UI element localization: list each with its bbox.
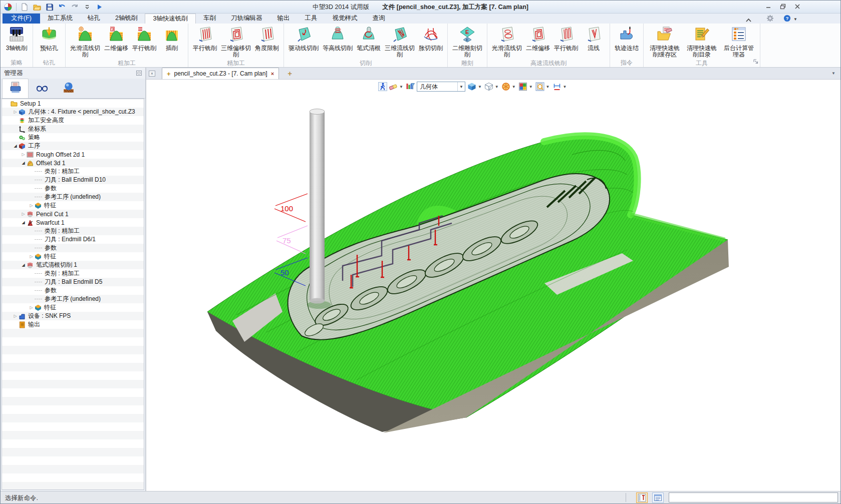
collapse-arrow-icon[interactable]: ▷ bbox=[28, 203, 35, 208]
verify-tab[interactable] bbox=[55, 79, 82, 98]
menu-tab-8[interactable]: 工具 bbox=[297, 14, 325, 24]
redo-icon[interactable] bbox=[70, 3, 79, 12]
wheel-icon-dropdown[interactable]: ▼ bbox=[512, 85, 516, 89]
menu-tab-6[interactable]: 刀轨编辑器 bbox=[223, 14, 270, 24]
collapse-arrow-icon[interactable]: ▷ bbox=[12, 314, 19, 318]
help-dropdown-icon[interactable]: ▼ bbox=[793, 17, 797, 22]
tree-row[interactable]: ▷特征 bbox=[2, 252, 144, 261]
ribbon-button-engrave-2d[interactable]: EE二维雕刻切削 bbox=[450, 25, 484, 59]
measure-icon[interactable] bbox=[552, 82, 562, 92]
save-icon[interactable] bbox=[45, 3, 54, 12]
menu-tab-9[interactable]: 视觉样式 bbox=[325, 14, 365, 24]
tree-row[interactable]: ▷几何体 : 4. Fixture < pencil_shoe_cut.Z3 bbox=[2, 108, 144, 116]
dialog-launcher-icon[interactable] bbox=[753, 57, 758, 66]
ribbon-button-finish-parallel[interactable]: 平行铣削 bbox=[191, 25, 219, 53]
shaded-cube-icon[interactable] bbox=[467, 82, 477, 92]
ribbon-button-path-link[interactable]: 轨迹连结 bbox=[613, 25, 641, 53]
zoom-page-icon[interactable] bbox=[535, 82, 545, 92]
open-file-icon[interactable] bbox=[33, 3, 42, 12]
tree-row[interactable]: ▷设备 : SNK FPS bbox=[2, 312, 144, 320]
panel-close-icon[interactable]: × bbox=[149, 71, 155, 77]
ribbon-button-cut-bulge[interactable]: 胀切切削 bbox=[417, 25, 445, 53]
ribbon-button-hsm-parallel[interactable]: 平行铣削 bbox=[552, 25, 580, 53]
ribbon-button-finish-anglelimit[interactable]: 角度限制 bbox=[253, 25, 281, 53]
tree-row[interactable]: 坐标系 bbox=[2, 125, 144, 133]
eraser-icon[interactable] bbox=[388, 82, 398, 92]
menu-tab-file[interactable]: 文件(F) bbox=[3, 14, 40, 24]
tree-row[interactable]: ◢Offset 3d 1 bbox=[2, 159, 144, 167]
eraser-icon-dropdown[interactable]: ▼ bbox=[399, 85, 403, 89]
ribbon-button-predrill[interactable]: 预钻孔 bbox=[36, 25, 63, 53]
menu-tab-4[interactable]: 3轴快速铣削 bbox=[145, 14, 195, 24]
cam-3d-scene[interactable]: 100 75 50 bbox=[146, 80, 840, 491]
zoom-page-icon-dropdown[interactable]: ▼ bbox=[546, 85, 550, 89]
expand-arrow-icon[interactable]: ◢ bbox=[12, 144, 19, 148]
command-log-button[interactable] bbox=[652, 492, 664, 503]
ribbon-button-hsm-flowline[interactable]: 流线 bbox=[580, 25, 607, 53]
menu-tab-10[interactable]: 查询 bbox=[365, 14, 392, 24]
app-logo-icon[interactable] bbox=[4, 3, 13, 12]
tree-row[interactable]: Setup 1 bbox=[2, 99, 144, 108]
collapse-arrow-icon[interactable]: ▷ bbox=[28, 305, 35, 310]
tree-row[interactable]: 类别 : 精加工 bbox=[2, 227, 144, 235]
ribbon-button-clean-buffer[interactable]: 清理快速铣削缓存区 bbox=[646, 25, 683, 59]
collapse-arrow-icon[interactable]: ▷ bbox=[28, 254, 35, 259]
expand-arrow-icon[interactable]: ◢ bbox=[20, 161, 27, 165]
menu-tab-7[interactable]: 输出 bbox=[269, 14, 297, 24]
expand-arrow-icon[interactable]: ◢ bbox=[20, 263, 27, 267]
menu-tab-3[interactable]: 2轴铣削 bbox=[108, 14, 145, 24]
collapse-arrow-icon[interactable]: ▷ bbox=[12, 110, 19, 114]
tree-row[interactable]: ▷特征 bbox=[2, 303, 144, 312]
tree-row[interactable]: ▷Rough Offset 2d 1 bbox=[2, 150, 144, 159]
ribbon-button-mill-3axis[interactable]: 3轴铣削 bbox=[3, 25, 30, 53]
gear-icon[interactable] bbox=[766, 15, 774, 24]
multicolor-icon-dropdown[interactable]: ▼ bbox=[529, 85, 533, 89]
panel-restore-icon[interactable] bbox=[136, 71, 142, 76]
tree-row[interactable]: ▷特征 bbox=[2, 201, 144, 210]
wheel-icon[interactable] bbox=[501, 82, 511, 92]
tree-row[interactable]: ◢笔式清根切削 1 bbox=[2, 261, 144, 269]
ribbon-button-cut-flow3d[interactable]: 三维流线切削 bbox=[383, 25, 417, 59]
ribbon-button-hsm-offset2d[interactable]: 二维偏移 bbox=[524, 25, 552, 53]
minimize-icon[interactable] bbox=[764, 3, 772, 10]
ribbon-button-bg-manager[interactable]: 后台计算管理器 bbox=[720, 25, 757, 59]
ribbon-button-rough-smoothflow[interactable]: 光滑流线切削 bbox=[68, 25, 102, 59]
color-filter-icon[interactable] bbox=[405, 82, 415, 92]
tab-scroll-icon[interactable]: ▼ bbox=[831, 71, 835, 76]
tree-row[interactable]: 策略 bbox=[2, 133, 144, 142]
walk-icon[interactable] bbox=[378, 82, 388, 92]
undo-icon[interactable] bbox=[58, 3, 67, 12]
tree-row[interactable]: ▷Pencil Cut 1 bbox=[2, 210, 144, 218]
ribbon-button-hsm-smoothflow[interactable]: 光滑流线切削 bbox=[490, 25, 524, 59]
combobox-arrow-icon[interactable]: ▼ bbox=[457, 82, 465, 91]
tree-row[interactable]: ◢Swarfcut 1 bbox=[2, 218, 144, 227]
tree-row[interactable]: 类别 : 精加工 bbox=[2, 269, 144, 278]
tree-row[interactable]: 参数 bbox=[2, 244, 144, 252]
ribbon-button-rough-plunge[interactable]: 插削 bbox=[158, 25, 185, 53]
collapse-arrow-icon[interactable]: ▷ bbox=[20, 212, 27, 216]
ribbon-button-finish-offset3d[interactable]: 三维偏移切削 bbox=[219, 25, 253, 59]
wire-cube-icon[interactable] bbox=[484, 82, 494, 92]
menu-tab-1[interactable]: 加工系统 bbox=[40, 14, 80, 24]
filter-combobox[interactable]: 几何体▼ bbox=[417, 82, 465, 92]
tree-row[interactable]: 加工安全高度 bbox=[2, 116, 144, 125]
ribbon-button-cut-zlevel[interactable]: 等高线切削 bbox=[321, 25, 355, 53]
wire-cube-icon-dropdown[interactable]: ▼ bbox=[495, 85, 499, 89]
close-icon[interactable] bbox=[793, 3, 801, 10]
expand-arrow-icon[interactable]: ◢ bbox=[20, 220, 27, 225]
document-tab-close-icon[interactable]: × bbox=[271, 71, 274, 77]
visual-manager-tab[interactable] bbox=[29, 79, 55, 98]
tree-row[interactable]: 刀具 : Ball Endmill D10 bbox=[2, 176, 144, 184]
shaded-cube-icon-dropdown[interactable]: ▼ bbox=[478, 85, 482, 89]
menu-tab-2[interactable]: 钻孔 bbox=[80, 14, 108, 24]
tree-row[interactable]: 参数 bbox=[2, 286, 144, 295]
document-tab[interactable]: + pencil_shoe_cut.Z3 - [7. Cam plan] × bbox=[162, 68, 279, 79]
qa-dropdown-icon[interactable] bbox=[83, 3, 92, 12]
viewport-3d[interactable]: ▼几何体▼▼▼▼▼▼▼ bbox=[146, 80, 840, 491]
play-icon[interactable] bbox=[95, 3, 104, 12]
tree-row[interactable]: 参考工序 (undefined) bbox=[2, 295, 144, 303]
help-icon[interactable]: ? bbox=[783, 15, 791, 24]
restore-icon[interactable] bbox=[779, 3, 787, 10]
tree-row[interactable]: 输出 bbox=[2, 320, 144, 329]
ribbon-button-rough-parallel[interactable]: 平行铣削 bbox=[130, 25, 158, 53]
